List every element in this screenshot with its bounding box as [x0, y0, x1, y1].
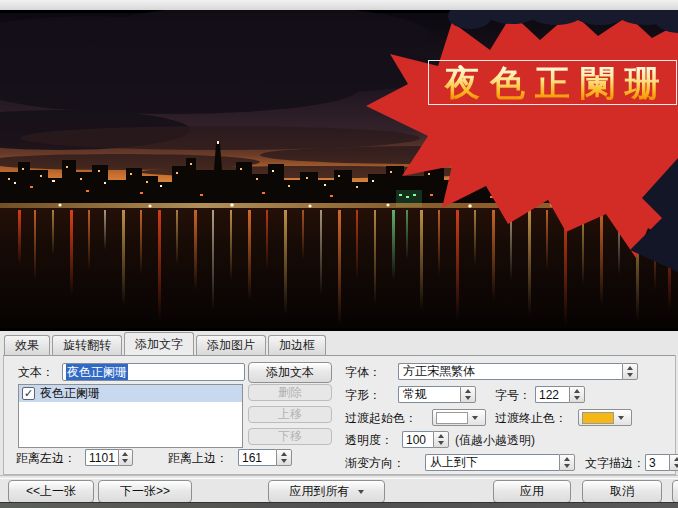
- dropdown-arrow-icon: [358, 490, 364, 494]
- distance-left-label: 距离左边：: [16, 450, 76, 466]
- text-label: 文本：: [18, 364, 54, 380]
- combo-arrows-icon[interactable]: [460, 386, 476, 403]
- gradient-start-label: 过渡起始色：: [345, 410, 417, 426]
- spinner-up-icon[interactable]: [434, 432, 448, 440]
- list-item[interactable]: ✓ 夜色正阑珊: [19, 385, 242, 402]
- apply-button[interactable]: 应用: [493, 480, 571, 503]
- previous-image-button[interactable]: <<上一张: [8, 480, 94, 503]
- distance-top-label: 距离上边：: [168, 450, 228, 466]
- spinner-down-icon[interactable]: [434, 440, 448, 448]
- image-preview: 夜色正闌珊: [0, 10, 678, 331]
- font-style-label: 字形：: [345, 387, 381, 403]
- combo-arrows-icon[interactable]: [622, 363, 638, 380]
- night-city-photo: [0, 10, 678, 331]
- tab-divider: [3, 355, 675, 356]
- dropdown-arrow-icon: [472, 416, 478, 420]
- color-swatch: [436, 412, 468, 424]
- font-style-combo[interactable]: 常规: [398, 386, 476, 403]
- move-up-button[interactable]: 上移: [248, 406, 332, 423]
- spinner-up-icon[interactable]: [570, 387, 584, 395]
- distance-left-spinner[interactable]: 1101: [85, 449, 133, 466]
- tab-rotate-flip[interactable]: 旋转翻转: [52, 335, 122, 355]
- text-input[interactable]: 夜色正阑珊: [62, 363, 245, 381]
- gradient-end-label: 过渡终止色：: [495, 410, 567, 426]
- list-item-label: 夜色正阑珊: [40, 385, 100, 402]
- spinner-down-icon[interactable]: [670, 463, 678, 471]
- checkbox-checked-icon[interactable]: ✓: [22, 387, 35, 400]
- tab-bar: 效果 旋转翻转 添加文字 添加图片 加边框: [4, 333, 328, 355]
- gradient-direction-combo[interactable]: 从上到下: [425, 454, 575, 471]
- combo-arrows-icon[interactable]: [559, 454, 575, 471]
- dropdown-arrow-icon: [618, 416, 624, 420]
- spinner-up-icon[interactable]: [119, 450, 132, 458]
- distance-top-spinner[interactable]: 161: [238, 449, 292, 466]
- next-image-button[interactable]: 下一张>>: [98, 480, 192, 503]
- gradient-start-color-picker[interactable]: [432, 409, 486, 426]
- overlay-text-selection-box[interactable]: 夜色正闌珊: [428, 60, 677, 105]
- delete-button[interactable]: 删除: [248, 384, 332, 401]
- window-bottom-strip: [0, 502, 678, 508]
- spinner-down-icon[interactable]: [277, 458, 291, 466]
- font-size-spinner[interactable]: 122: [535, 386, 585, 403]
- text-stroke-spinner[interactable]: 3: [645, 454, 678, 471]
- opacity-spinner[interactable]: 100: [402, 431, 449, 448]
- tab-add-image[interactable]: 添加图片: [196, 335, 266, 355]
- spinner-up-icon[interactable]: [670, 455, 678, 463]
- opacity-label: 透明度：: [345, 432, 393, 448]
- cancel-button[interactable]: 取消: [582, 480, 662, 503]
- text-stroke-label: 文字描边：: [585, 455, 645, 471]
- font-family-combo[interactable]: 方正宋黑繁体: [398, 363, 638, 380]
- spinner-down-icon[interactable]: [119, 458, 132, 466]
- tab-add-border[interactable]: 加边框: [268, 335, 326, 355]
- footer-divider: [0, 475, 678, 479]
- text-input-value: 夜色正阑珊: [66, 364, 128, 381]
- gradient-end-color-picker[interactable]: [578, 409, 632, 426]
- move-down-button[interactable]: 下移: [248, 428, 332, 445]
- app-window: 夜色正闌珊 效果 旋转翻转 添加文字 添加图片 加边框 文本： 夜色正阑珊 添加…: [0, 0, 678, 508]
- spinner-down-icon[interactable]: [570, 395, 584, 403]
- color-swatch: [582, 412, 614, 424]
- font-label: 字体：: [345, 364, 381, 380]
- tab-add-text[interactable]: 添加文字: [124, 332, 194, 355]
- opacity-hint: (值越小越透明): [455, 432, 535, 448]
- font-size-label: 字号：: [495, 387, 531, 403]
- overlay-text[interactable]: 夜色正闌珊: [435, 65, 670, 100]
- text-layers-list[interactable]: ✓ 夜色正阑珊: [18, 384, 243, 448]
- gradient-direction-label: 渐变方向：: [345, 455, 405, 471]
- partial-button[interactable]: [672, 480, 678, 503]
- add-text-button[interactable]: 添加文本: [248, 362, 332, 383]
- tab-effects[interactable]: 效果: [4, 335, 50, 355]
- apply-to-all-button[interactable]: 应用到所有: [268, 480, 385, 503]
- spinner-up-icon[interactable]: [277, 450, 291, 458]
